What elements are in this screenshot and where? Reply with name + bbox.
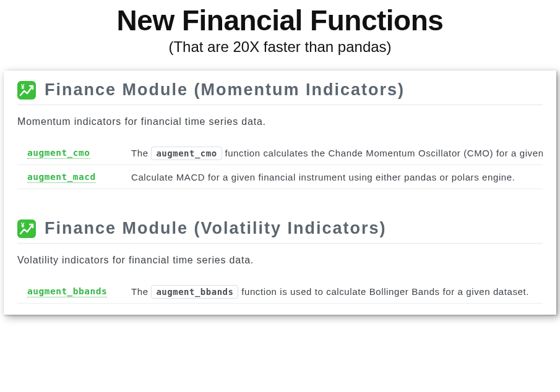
function-name-cell: augment_cmo: [27, 147, 114, 158]
desc-text: Calculate MACD for a given financial ins…: [131, 172, 515, 182]
content-card: ¥ Finance Module (Momentum Indicators) M…: [4, 70, 556, 315]
table-row: augment_macd Calculate MACD for a given …: [17, 165, 543, 189]
section-momentum: ¥ Finance Module (Momentum Indicators) M…: [4, 80, 556, 194]
page-subtitle: (That are 20X faster than pandas): [0, 38, 560, 56]
function-description: Calculate MACD for a given financial ins…: [131, 172, 515, 182]
section-volatility: ¥ Finance Module (Volatility Indicators)…: [4, 219, 556, 309]
function-link-augment-cmo[interactable]: augment_cmo: [27, 148, 90, 159]
desc-prefix: The: [131, 286, 151, 297]
desc-suffix: function is used to calculate Bollinger …: [238, 286, 529, 297]
desc-suffix: function calculates the Chande Momentum …: [222, 148, 543, 158]
svg-text:¥: ¥: [21, 83, 25, 90]
desc-prefix: The: [131, 148, 151, 158]
function-table[interactable]: augment_bbands The augment_bbands functi…: [17, 279, 543, 309]
section-description: Volatility indicators for financial time…: [17, 255, 543, 266]
section-title: Finance Module (Volatility Indicators): [45, 219, 387, 238]
section-title: Finance Module (Momentum Indicators): [45, 80, 405, 100]
section-header: ¥ Finance Module (Volatility Indicators): [17, 219, 543, 244]
svg-text:¥: ¥: [21, 222, 25, 229]
code-literal: augment_bbands: [151, 285, 238, 299]
chart-yen-icon: ¥: [17, 81, 36, 100]
code-literal: augment_cmo: [151, 147, 222, 160]
function-link-augment-bbands[interactable]: augment_bbands: [27, 286, 107, 297]
page-title: New Financial Functions: [0, 4, 560, 37]
chart-yen-icon: ¥: [17, 219, 36, 238]
section-description: Momentum indicators for financial time s…: [17, 116, 543, 127]
page-header: New Financial Functions (That are 20X fa…: [0, 0, 560, 56]
function-name-cell: augment_bbands: [27, 286, 114, 297]
function-name-cell: augment_macd: [27, 171, 114, 182]
function-table[interactable]: augment_cmo The augment_cmo function cal…: [17, 141, 543, 194]
function-link-augment-macd[interactable]: augment_macd: [27, 172, 96, 183]
function-description: The augment_cmo function calculates the …: [131, 148, 543, 158]
table-row: augment_cmo The augment_cmo function cal…: [17, 141, 543, 165]
table-row: augment_bbands The augment_bbands functi…: [17, 279, 543, 304]
function-description: The augment_bbands function is used to c…: [131, 286, 529, 297]
section-header: ¥ Finance Module (Momentum Indicators): [17, 80, 543, 105]
page: New Financial Functions (That are 20X fa…: [0, 0, 560, 392]
